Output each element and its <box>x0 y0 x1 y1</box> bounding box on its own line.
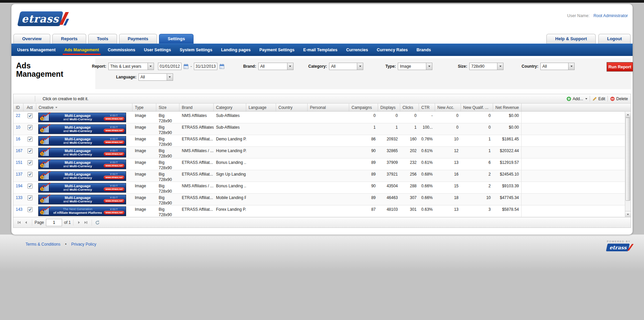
subnav-item-users-management[interactable]: Users Management <box>13 44 60 56</box>
row-id-link[interactable]: 194 <box>16 184 22 188</box>
type-select[interactable]: Image <box>398 63 432 70</box>
report-select[interactable]: This & Last years <box>108 63 154 70</box>
subnav-item-brands[interactable]: Brands <box>412 44 435 56</box>
subnav-item-landing-pages[interactable]: Landing pages <box>217 44 255 56</box>
chevron-down-icon[interactable] <box>497 63 503 70</box>
column-header-act[interactable]: Act <box>23 104 36 111</box>
privacy-link[interactable]: Privacy Policy <box>71 242 96 247</box>
subnav-item-currency-rates[interactable]: Currency Rates <box>372 44 412 56</box>
calendar-icon[interactable] <box>219 64 224 69</box>
column-header-clicks[interactable]: Clicks <box>400 104 419 111</box>
column-header-id[interactable]: ID <box>13 104 23 111</box>
run-report-button[interactable]: Run Report <box>607 62 633 71</box>
terms-link[interactable]: Terms & Conditions <box>25 242 60 247</box>
subnav-item-commissions[interactable]: Commissions <box>103 44 140 56</box>
creative-banner[interactable]: $Multi-Languageand Multi-CurrencyVISITww… <box>38 124 126 134</box>
active-checkbox[interactable] <box>28 195 33 200</box>
active-checkbox[interactable] <box>28 172 33 177</box>
active-checkbox[interactable] <box>28 113 33 118</box>
creative-banner[interactable]: $Multi-Languageand Multi-CurrencyVISITww… <box>38 113 126 122</box>
chevron-down-icon[interactable] <box>148 63 154 70</box>
calendar-icon[interactable] <box>183 64 189 69</box>
page-number-input[interactable] <box>46 219 62 226</box>
scroll-up-button[interactable] <box>625 112 631 118</box>
next-page-button[interactable] <box>76 219 82 226</box>
scroll-down-button[interactable] <box>625 211 631 217</box>
vertical-scrollbar[interactable] <box>625 112 631 217</box>
edit-button[interactable]: Edit <box>592 97 605 101</box>
row-id-link[interactable]: 22 <box>16 113 20 118</box>
tab-settings[interactable]: Settings <box>159 34 194 44</box>
row-id-link[interactable]: 137 <box>16 172 22 177</box>
column-header-displays[interactable]: Displays <box>378 104 400 111</box>
subnav-item-e-mail-templates[interactable]: E-mail Templates <box>299 44 342 56</box>
subnav-item-currencies[interactable]: Currencies <box>342 44 372 56</box>
column-header-campaigns[interactable]: Campaigns <box>349 104 378 111</box>
row-id-link[interactable]: 167 <box>16 148 22 153</box>
column-header-netrev[interactable]: Net Revenue <box>493 104 522 111</box>
tab-reports[interactable]: Reports <box>52 34 86 44</box>
column-header-brand[interactable]: Brand <box>179 104 214 111</box>
active-checkbox[interactable] <box>28 148 33 153</box>
row-id-link[interactable]: 151 <box>16 160 22 165</box>
chevron-down-icon[interactable] <box>167 74 173 80</box>
column-header-category[interactable]: Category <box>214 104 246 111</box>
tab-tools[interactable]: Tools <box>88 34 117 44</box>
language-select[interactable]: All <box>139 73 173 81</box>
subnav-item-user-settings[interactable]: User Settings <box>140 44 175 56</box>
active-checkbox[interactable] <box>28 184 33 189</box>
subnav-item-ads-management[interactable]: Ads Management <box>60 44 104 56</box>
column-header-ctr[interactable]: CTR <box>419 104 435 111</box>
column-header-size[interactable]: Size <box>156 104 179 111</box>
row-id-link[interactable]: 16 <box>16 137 20 141</box>
active-checkbox[interactable] <box>28 125 33 130</box>
column-header-creative[interactable]: Creative <box>36 104 132 111</box>
brand-select[interactable]: All <box>258 63 293 70</box>
chevron-down-icon[interactable] <box>287 63 293 70</box>
tab-overview[interactable]: Overview <box>13 34 50 44</box>
refresh-button[interactable] <box>94 219 100 226</box>
tab-payments[interactable]: Payments <box>119 34 157 44</box>
chevron-down-icon[interactable] <box>357 63 363 70</box>
scrollbar-thumb[interactable] <box>626 118 630 201</box>
add-button[interactable]: Add... <box>567 97 587 101</box>
column-header-newqualif[interactable]: New Qualif. ... <box>461 104 493 111</box>
last-page-button[interactable] <box>83 219 89 226</box>
subnav-item-payment-settings[interactable]: Payment Settings <box>255 44 299 56</box>
country-select[interactable]: All <box>540 63 575 70</box>
row-id-link[interactable]: 143 <box>16 207 22 212</box>
creative-banner[interactable]: $Multi-Languageand Multi-CurrencyVISITww… <box>38 148 126 157</box>
active-checkbox[interactable] <box>28 137 33 142</box>
active-checkbox[interactable] <box>28 160 33 165</box>
column-header-language[interactable]: Language <box>246 104 276 111</box>
size-select[interactable]: 728x90 <box>469 63 503 70</box>
delete-button[interactable]: Delete <box>610 97 628 101</box>
subnav-item-system-settings[interactable]: System Settings <box>175 44 217 56</box>
prev-page-button[interactable] <box>23 219 29 226</box>
column-header-type[interactable]: Type <box>132 104 156 111</box>
column-header-personal[interactable]: Personal <box>308 104 349 111</box>
creative-banner[interactable]: $Multi-Languageand Multi-CurrencyVISITww… <box>38 183 126 193</box>
cell-creative: $Multi-Languageand Multi-CurrencyVISITww… <box>36 112 132 123</box>
cell-category: Sign Up Landing... <box>214 170 246 182</box>
creative-banner[interactable]: $Multi-Languageand Multi-CurrencyVISITww… <box>38 136 126 146</box>
date-from-input[interactable] <box>158 63 181 70</box>
chevron-down-icon[interactable] <box>426 63 432 70</box>
column-header-newacc[interactable]: New Acc. <box>435 104 461 111</box>
row-id-link[interactable]: 133 <box>16 195 22 200</box>
cell-size: Big728x90 <box>156 205 179 217</box>
chevron-down-icon[interactable] <box>568 63 574 70</box>
column-header-country[interactable]: Country <box>276 104 308 111</box>
creative-banner[interactable]: $Multi-Languageand Multi-CurrencyVISITww… <box>38 195 126 204</box>
tab-logout[interactable]: Logout <box>598 34 631 44</box>
creative-banner[interactable]: $The Next Generationof Affiliate Managem… <box>38 206 126 216</box>
tab-help-support[interactable]: Help & Support <box>546 34 596 44</box>
creative-banner[interactable]: $Multi-Languageand Multi-CurrencyVISITww… <box>38 159 126 169</box>
row-id-link[interactable]: 10 <box>16 125 20 130</box>
category-select[interactable]: All <box>329 63 363 70</box>
date-to-input[interactable] <box>194 63 217 70</box>
first-page-button[interactable] <box>16 219 22 226</box>
active-checkbox[interactable] <box>28 207 33 212</box>
creative-banner[interactable]: $Multi-Languageand Multi-CurrencyVISITww… <box>38 171 126 181</box>
cell-clicks: 301 <box>400 205 419 217</box>
